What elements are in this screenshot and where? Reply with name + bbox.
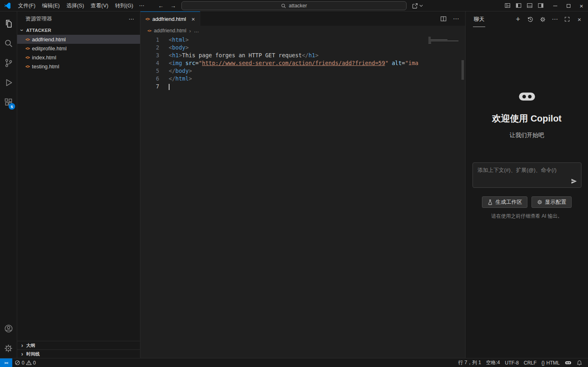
file-item-addfriend[interactable]: <> addfriend.html xyxy=(17,35,140,44)
maximize-panel-button[interactable] xyxy=(563,16,571,23)
activity-source-control-button[interactable] xyxy=(0,53,17,73)
minimap-line xyxy=(428,41,459,41)
activity-search-button[interactable] xyxy=(0,34,17,53)
activity-explorer-button[interactable] xyxy=(0,14,17,34)
chat-more-actions-button[interactable]: ⋯ xyxy=(551,16,559,23)
warning-icon xyxy=(26,360,32,365)
minimize-button[interactable] xyxy=(549,0,562,11)
eol-indicator[interactable]: CRLF xyxy=(521,358,539,367)
language-mode-indicator[interactable]: {} HTML xyxy=(539,358,562,367)
activity-extensions-button[interactable]: 5 xyxy=(0,92,17,112)
scrollbar-thumb[interactable] xyxy=(461,60,464,80)
new-window-dropdown-button[interactable] xyxy=(412,0,423,11)
open-new-window-icon xyxy=(412,3,418,9)
ai-output-disclaimer: 请在使用之前仔细查看 AI 输出。 xyxy=(466,213,588,220)
html-file-icon: <> xyxy=(147,29,151,33)
chat-input-box[interactable] xyxy=(473,162,581,188)
vscode-window: 文件(F) 编辑(E) 选择(S) 查看(V) 转到(G) ⋯ ← → atta… xyxy=(0,0,588,367)
code-text: <h1>This page forges an HTTP GET request… xyxy=(159,52,319,59)
manage-settings-button[interactable] xyxy=(0,338,17,358)
notifications-bell-button[interactable] xyxy=(574,358,585,367)
chat-settings-button[interactable] xyxy=(539,16,546,23)
maximize-button[interactable] xyxy=(562,0,575,11)
toggle-secondary-sidebar-button[interactable] xyxy=(538,2,544,9)
code-editor[interactable]: 1<html>2<body>3<h1>This page forges an H… xyxy=(140,36,465,358)
cursor-position-indicator[interactable]: 行 7，列 1 xyxy=(456,358,484,367)
warning-count: 0 xyxy=(33,360,36,366)
minimap[interactable] xyxy=(428,37,460,45)
title-bar: 文件(F) 编辑(E) 选择(S) 查看(V) 转到(G) ⋯ ← → atta… xyxy=(0,0,588,11)
folder-section-attacker[interactable]: › ATTACKER xyxy=(17,26,140,35)
breadcrumb-file[interactable]: addfriend.html xyxy=(154,28,186,34)
vscode-logo-icon xyxy=(4,2,11,9)
code-text: <body> xyxy=(159,44,189,52)
customize-layout-button[interactable] xyxy=(504,2,511,9)
code-line[interactable]: 4<img src="http://www.seed-server.com/ac… xyxy=(140,59,427,67)
html-file-icon: <> xyxy=(145,17,149,21)
activity-run-debug-button[interactable] xyxy=(0,73,17,92)
breadcrumb-more[interactable]: … xyxy=(194,28,199,34)
editor-group: <> addfriend.html × ⋯ <> addfriend.html … xyxy=(140,11,465,358)
search-value: attacker xyxy=(289,3,307,9)
copilot-welcome-subtitle: 让我们开始吧 xyxy=(466,132,588,139)
back-button[interactable]: ← xyxy=(158,2,164,9)
chat-history-button[interactable] xyxy=(527,16,534,23)
menu-selection[interactable]: 选择(S) xyxy=(63,1,87,11)
language-label: HTML xyxy=(546,360,560,366)
menu-go[interactable]: 转到(G) xyxy=(112,1,137,11)
tab-bar: <> addfriend.html × ⋯ xyxy=(140,11,465,26)
minimap-line xyxy=(428,39,448,40)
tab-addfriend[interactable]: <> addfriend.html × xyxy=(140,11,200,26)
timeline-section-header[interactable]: › 时间线 xyxy=(17,349,140,358)
toggle-panel-button[interactable] xyxy=(527,2,533,9)
accounts-button[interactable] xyxy=(0,319,17,338)
encoding-indicator[interactable]: UTF-8 xyxy=(502,358,521,367)
code-line[interactable]: 7 xyxy=(140,83,427,90)
menu-edit[interactable]: 编辑(E) xyxy=(39,1,63,11)
code-line[interactable]: 6</html> xyxy=(140,75,427,83)
file-name: addfriend.html xyxy=(32,36,66,43)
line-number: 7 xyxy=(140,83,159,90)
code-line[interactable]: 3<h1>This page forges an HTTP GET reques… xyxy=(140,52,427,59)
generate-workspace-button[interactable]: 生成工作区 xyxy=(482,196,527,208)
code-line[interactable]: 1<html> xyxy=(140,36,427,44)
bell-icon xyxy=(577,360,582,366)
editor-more-actions-button[interactable]: ⋯ xyxy=(453,15,459,23)
minimap-line xyxy=(428,43,431,44)
minimap-line xyxy=(428,37,431,38)
indentation-indicator[interactable]: 空格:4 xyxy=(484,358,502,367)
code-line[interactable]: 2<body> xyxy=(140,44,427,52)
html-file-icon: <> xyxy=(25,46,29,51)
close-panel-button[interactable]: × xyxy=(576,16,583,23)
tab-chat[interactable]: 聊天 xyxy=(473,11,485,27)
folder-section-label: ATTACKER xyxy=(26,28,51,33)
chat-input[interactable] xyxy=(473,163,581,187)
text-cursor xyxy=(169,84,170,90)
send-icon[interactable] xyxy=(571,178,577,185)
menu-file[interactable]: 文件(F) xyxy=(15,1,39,11)
chevron-down-icon: › xyxy=(19,28,25,33)
problems-indicator[interactable]: 0 0 xyxy=(12,358,38,367)
copilot-status-button[interactable] xyxy=(562,358,574,367)
outline-section-header[interactable]: › 大纲 xyxy=(17,341,140,349)
split-editor-button[interactable] xyxy=(440,16,447,22)
file-item-testing[interactable]: <> testing.html xyxy=(17,62,140,71)
forward-button[interactable]: → xyxy=(170,2,176,9)
status-bar: >< 0 0 行 7，列 1 空格:4 UTF-8 CRLF {} HTML xyxy=(0,358,588,367)
file-item-editprofile[interactable]: <> editprofile.html xyxy=(17,44,140,53)
html-file-icon: <> xyxy=(25,37,29,42)
new-chat-button[interactable]: + xyxy=(514,16,522,23)
line-number: 3 xyxy=(140,52,159,59)
file-item-index[interactable]: <> index.html xyxy=(17,53,140,62)
show-config-button[interactable]: 显示配置 xyxy=(531,196,572,208)
menu-view[interactable]: 查看(V) xyxy=(87,1,111,11)
toggle-primary-sidebar-button[interactable] xyxy=(516,2,522,9)
search-command-center[interactable]: attacker xyxy=(181,1,407,10)
close-window-button[interactable]: × xyxy=(575,0,588,11)
chevron-right-icon: › xyxy=(20,351,25,357)
close-tab-icon[interactable]: × xyxy=(191,16,195,23)
menu-overflow-button[interactable]: ⋯ xyxy=(136,1,147,10)
sidebar-more-actions-button[interactable]: ⋯ xyxy=(129,16,134,22)
remote-indicator[interactable]: >< xyxy=(0,358,12,367)
code-line[interactable]: 5</body> xyxy=(140,67,427,75)
